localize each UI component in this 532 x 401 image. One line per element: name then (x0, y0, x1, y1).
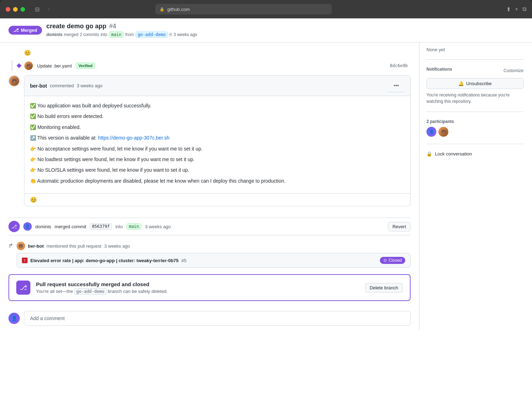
pr-header: ⎇ Merged create demo go app #4 dominis m… (0, 18, 532, 42)
forward-button[interactable]: › (56, 4, 66, 14)
merged-box-icon: ⎇ (16, 281, 30, 295)
mention-icon: ↱ (8, 242, 13, 249)
notification-reason: You're receiving notifications because y… (426, 92, 524, 105)
main-content: 😊 🐻 Update .ber.yaml Verified 8dc6e9b 🐻 (8, 42, 419, 330)
pr-commits: 2 commits (80, 32, 99, 37)
sidebar: None yet Notifications Customize 🔔 Unsub… (419, 42, 524, 330)
merge-commit-hash: 056379f (90, 223, 112, 230)
closed-icon: ⊙ (383, 258, 387, 263)
tabs-icon[interactable]: ⧉ (522, 6, 526, 12)
lock-icon: 🔒 (160, 7, 165, 12)
url-display: github.com (167, 7, 190, 12)
comment-line7: 👉 No SLO/SLA settings were found, let me… (30, 166, 405, 174)
comment-footer: 😊 (24, 193, 410, 206)
pr-from-text: from (125, 32, 134, 37)
maximize-button[interactable] (20, 7, 25, 12)
browser-nav: ⊟ ‹ › (32, 4, 66, 14)
delete-branch-button[interactable]: Delete branch (365, 283, 403, 293)
comment-placeholder: Add a comment (30, 316, 65, 321)
comment-input[interactable]: Add a comment (24, 311, 411, 326)
browser-chrome: ⊟ ‹ › 🔒 github.com ⬆ + ⧉ (0, 0, 532, 18)
mention-action: mentioned this pull request (47, 243, 101, 249)
back-button[interactable]: ‹ (44, 4, 54, 14)
pr-into-text: into (101, 32, 107, 37)
merged-box-desc: You're all set—the go-add-demo branch ca… (36, 289, 359, 294)
comment-line5: 👉 No acceptance settings were found, let… (30, 145, 405, 153)
comment-row: 🐻 ber-bot commented 3 weeks ago ••• ✅ Yo… (8, 75, 411, 212)
merge-target-branch: main (126, 223, 142, 230)
emoji-reaction-comment[interactable]: 😊 (30, 197, 37, 203)
emoji-row-top: 😊 (8, 47, 411, 60)
commit-update-row: 🐻 Update .ber.yaml Verified 8dc6e9b (24, 61, 411, 70)
issue-status-icon: ! (22, 258, 28, 263)
merge-into-text: into (115, 224, 123, 229)
sidebar-participants: 2 participants 👤 🐻 (426, 119, 524, 144)
commit-avatar: 🐻 (24, 61, 33, 70)
more-options-button[interactable]: ••• (388, 79, 405, 92)
merged-badge: ⎇ Merged (8, 26, 42, 35)
main-layout: 😊 🐻 Update .ber.yaml Verified 8dc6e9b 🐻 (0, 42, 532, 330)
unsubscribe-button[interactable]: 🔔 Unsubscribe (426, 78, 524, 89)
sidebar-toggle-icon[interactable]: ⊟ (32, 4, 42, 14)
merge-author: dominis (35, 224, 51, 229)
participants-title: 2 participants (426, 119, 524, 124)
merged-box-title: Pull request successfully merged and clo… (36, 281, 359, 287)
issue-ref: ! Elevated error rate | app: demo-go-app… (22, 257, 405, 264)
pr-author: dominis (46, 32, 62, 37)
new-tab-icon[interactable]: + (515, 6, 518, 12)
merge-icon: ⎇ (13, 28, 19, 33)
address-bar[interactable]: 🔒 github.com (155, 4, 332, 14)
closed-badge: ⊙ Closed (380, 257, 405, 264)
participants-row: 👤 🐻 (426, 127, 524, 137)
mention-issue-card: ! Elevated error rate | app: demo-go-app… (17, 253, 411, 268)
minimize-button[interactable] (13, 7, 18, 12)
demo-link[interactable]: https://demo-go-app-307c.ber.sh (98, 135, 169, 141)
pr-number: #4 (109, 23, 116, 30)
revert-button[interactable]: Revert (388, 222, 411, 231)
comment-time: 3 weeks ago (77, 83, 102, 88)
comment-line4: ↗️ This version is available at: https:/… (30, 134, 405, 142)
merged-box-text: Pull request successfully merged and clo… (36, 281, 359, 294)
comment-line3: ✅ Monitoring enabled. (30, 123, 405, 131)
comment-line8: 👏 Automatic production deployments are d… (30, 177, 405, 185)
merge-event-row: ⎇ 👤 dominis merged commit 056379f into m… (8, 218, 411, 235)
timeline-connector (8, 60, 16, 71)
pr-title: create demo go app (46, 23, 106, 30)
close-button[interactable] (6, 7, 10, 12)
commit-diamond-icon (17, 63, 22, 68)
comment-line2: ✅ No build errors were detected. (30, 112, 405, 120)
merged-branch-code: go-add-demo (74, 288, 106, 295)
comment-body: ✅ You application was built and deployed… (24, 96, 410, 193)
lock-conversation-button[interactable]: 🔒 Lock conversation (426, 151, 524, 157)
source-branch[interactable]: go-add-demo (135, 31, 168, 38)
merge-event-icon: ⎇ (8, 221, 20, 232)
mention-author: ber-bot (28, 243, 44, 249)
pr-merged-text: merged (64, 32, 78, 37)
browser-actions: ⬆ + ⧉ (506, 6, 526, 13)
comment-line1: ✅ You application was built and deployed… (30, 102, 405, 110)
commit-message: Update .ber.yaml (37, 63, 72, 69)
comment-line6: 👉 No loadtest settings were found, let m… (30, 155, 405, 163)
comment-action: commented (50, 83, 74, 88)
traffic-lights (6, 7, 25, 12)
notifications-header: Notifications Customize (426, 67, 524, 75)
copy-branch-icon[interactable]: ⎘ (169, 32, 172, 37)
issue-title[interactable]: Elevated error rate | app: demo-go-app |… (30, 258, 179, 263)
participant-2-avatar[interactable]: 🐻 (438, 127, 448, 137)
mention-author-avatar: 🐻 (17, 242, 25, 250)
verified-badge: Verified (76, 63, 95, 69)
customize-link[interactable]: Customize (503, 68, 524, 73)
emoji-reaction-top[interactable]: 😊 (24, 49, 31, 56)
sidebar-lock: 🔒 Lock conversation (426, 151, 524, 164)
merged-box: ⎇ Pull request successfully merged and c… (8, 274, 411, 301)
commenter-avatar: 🐻 (8, 75, 20, 87)
merge-action: merged commit (55, 224, 86, 229)
share-icon[interactable]: ⬆ (506, 6, 511, 13)
closed-label: Closed (389, 258, 402, 263)
target-branch[interactable]: main (109, 31, 124, 38)
pr-time: 3 weeks ago (173, 32, 197, 37)
participant-1-avatar[interactable]: 👤 (426, 127, 436, 137)
sidebar-none: None yet (426, 47, 445, 52)
merge-author-avatar: 👤 (23, 222, 32, 231)
current-user-avatar: 👤 (8, 313, 20, 324)
